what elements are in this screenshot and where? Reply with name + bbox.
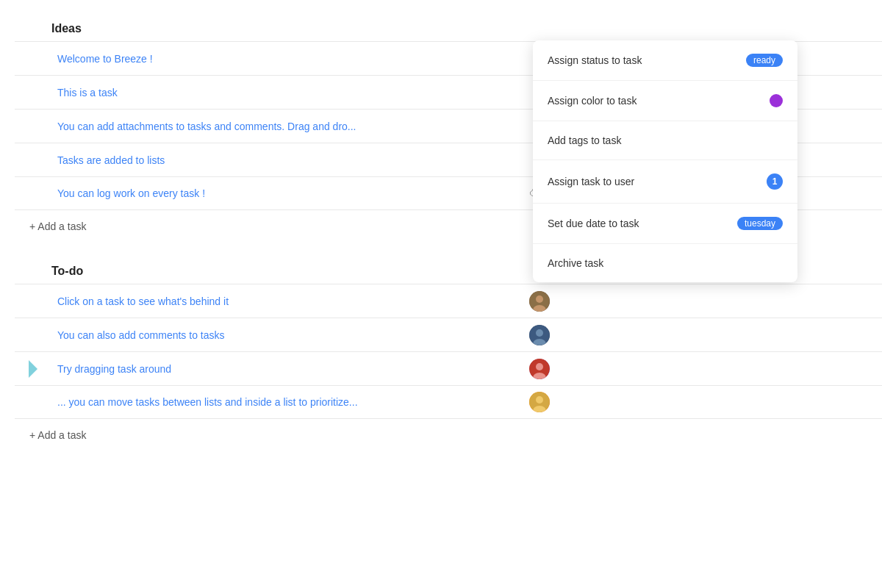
ideas-section-title: Ideas — [51, 15, 882, 41]
table-row: ... you can move tasks between lists and… — [15, 385, 882, 419]
task-meta — [529, 291, 564, 312]
avatar — [529, 325, 550, 345]
duedate-badge: tuesday — [737, 217, 783, 230]
flag-icon — [29, 360, 37, 378]
task-link[interactable]: You can add attachments to tasks and com… — [51, 112, 529, 141]
avatar — [529, 359, 550, 379]
svg-point-10 — [536, 396, 543, 404]
menu-item-archive[interactable]: Archive task — [533, 244, 797, 282]
task-link[interactable]: This is a task — [51, 78, 529, 107]
menu-item-label: Assign color to task — [548, 95, 637, 107]
menu-item-duedate[interactable]: Set due date to task tuesday — [533, 204, 797, 244]
user-count-badge: 1 — [767, 173, 783, 190]
avatar — [529, 291, 550, 312]
menu-item-user[interactable]: Assign task to user 1 — [533, 160, 797, 204]
task-meta — [529, 392, 564, 412]
task-link[interactable]: Welcome to Breeze ! — [51, 44, 529, 74]
menu-item-status[interactable]: Assign status to task ready — [533, 40, 797, 81]
table-row: Try dragging task around — [15, 351, 882, 385]
table-row: Click on a task to see what's behind it — [15, 284, 882, 318]
menu-item-tags[interactable]: Add tags to task — [533, 121, 797, 160]
task-link[interactable]: You can also add comments to tasks — [51, 320, 529, 350]
menu-item-label: Add tags to task — [548, 135, 621, 146]
svg-point-4 — [536, 329, 543, 337]
task-meta — [529, 325, 564, 345]
task-link[interactable]: You can log work on every task ! — [51, 179, 529, 208]
task-link[interactable]: Try dragging task around — [51, 354, 529, 384]
task-link[interactable]: Click on a task to see what's behind it — [51, 287, 529, 316]
svg-point-1 — [536, 295, 543, 303]
avatar — [529, 392, 550, 412]
status-badge: ready — [746, 54, 783, 67]
menu-item-label: Assign status to task — [548, 54, 642, 66]
menu-item-color[interactable]: Assign color to task — [533, 81, 797, 121]
todo-task-list: Click on a task to see what's behind it — [15, 284, 882, 419]
task-link[interactable]: Tasks are added to lists — [51, 146, 529, 175]
task-meta — [529, 359, 564, 379]
task-link[interactable]: ... you can move tasks between lists and… — [51, 387, 529, 417]
menu-item-label: Set due date to task — [548, 218, 639, 229]
table-row: You can also add comments to tasks — [15, 318, 882, 351]
menu-item-label: Archive task — [548, 257, 603, 269]
color-dot-icon — [770, 94, 783, 107]
context-menu: Assign status to task ready Assign color… — [533, 40, 797, 282]
menu-item-label: Assign task to user — [548, 176, 634, 187]
add-task-button-todo[interactable]: + Add a task — [15, 419, 882, 451]
task-indicator — [15, 362, 51, 376]
task-flag — [26, 362, 40, 376]
svg-point-7 — [536, 363, 543, 370]
